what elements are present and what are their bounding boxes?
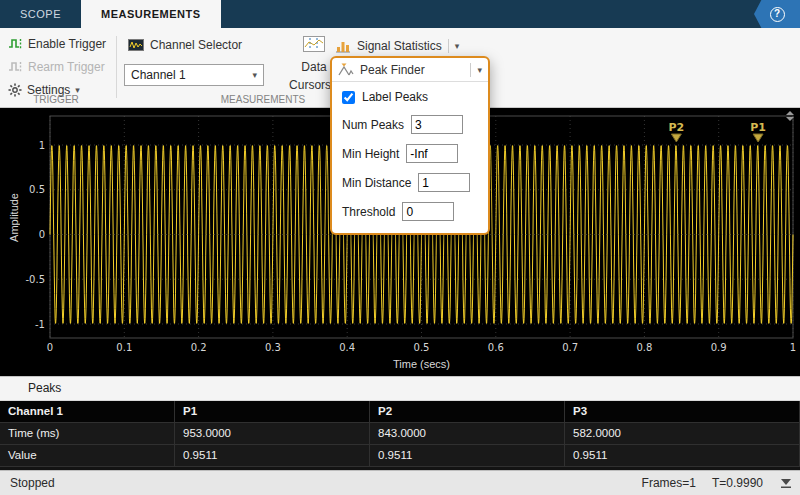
svg-text:-0.5: -0.5 xyxy=(25,274,45,285)
threshold-input[interactable] xyxy=(402,202,454,221)
status-state: Stopped xyxy=(0,476,55,490)
enable-trigger-label: Enable Trigger xyxy=(28,37,106,51)
label-peaks-label: Label Peaks xyxy=(362,90,428,104)
num-peaks-label: Num Peaks xyxy=(342,118,404,132)
y-axis-label: Amplitude xyxy=(8,193,20,242)
peaks-table-cell: 582.0000 xyxy=(565,423,800,445)
trigger-group-label: TRIGGER xyxy=(0,94,112,105)
peak-finder-popup: Peak Finder ▾ Label Peaks Num Peaks Min … xyxy=(330,56,490,235)
peaks-table-cell: 0.9511 xyxy=(175,445,370,467)
min-height-input[interactable] xyxy=(406,144,458,163)
help-icon: ? xyxy=(770,7,785,22)
min-distance-input[interactable] xyxy=(418,173,470,192)
svg-text:0.8: 0.8 xyxy=(636,342,652,353)
peak-finder-label: Peak Finder xyxy=(360,63,425,77)
chevron-down-icon[interactable]: ▾ xyxy=(455,41,460,51)
peaks-panel-header: Peaks xyxy=(0,376,800,401)
peaks-table-cell: 843.0000 xyxy=(370,423,565,445)
status-frames: Frames=1 xyxy=(642,476,696,490)
channel-select-value: Channel 1 xyxy=(131,68,186,82)
enable-trigger-button[interactable]: Enable Trigger xyxy=(8,34,106,54)
signal-statistics-button[interactable]: Signal Statistics ▾ xyxy=(330,34,464,58)
chevron-down-icon[interactable]: ▾ xyxy=(477,65,482,75)
tab-measurements[interactable]: MEASUREMENTS xyxy=(81,0,221,28)
enable-trigger-icon xyxy=(8,37,23,51)
svg-text:0.4: 0.4 xyxy=(339,342,355,353)
svg-text:0: 0 xyxy=(47,342,53,353)
svg-text:1: 1 xyxy=(790,342,796,353)
peaks-table-cell: Time (ms) xyxy=(0,423,175,445)
peaks-table-header-cell: P2 xyxy=(370,401,565,423)
svg-text:0.1: 0.1 xyxy=(116,342,132,353)
peaks-table-header-cell: P1 xyxy=(175,401,370,423)
channel-select-dropdown[interactable]: Channel 1 ▾ xyxy=(124,64,264,86)
channel-selector-text: Channel Selector xyxy=(150,38,242,52)
status-time: T=0.9990 xyxy=(712,476,763,490)
peaks-table-header-cell: P3 xyxy=(565,401,800,423)
label-peaks-checkbox[interactable] xyxy=(342,91,355,104)
peak-finder-icon xyxy=(338,63,354,76)
num-peaks-input[interactable] xyxy=(411,115,463,134)
svg-text:0.6: 0.6 xyxy=(488,342,504,353)
chevron-down-icon: ▾ xyxy=(252,70,263,80)
min-height-label: Min Height xyxy=(342,147,399,161)
rearm-trigger-label: Rearm Trigger xyxy=(28,60,105,74)
peaks-table-cell: 0.9511 xyxy=(565,445,800,467)
svg-text:0.7: 0.7 xyxy=(562,342,578,353)
scale-axes-icon[interactable] xyxy=(784,110,796,122)
x-axis-label: Time (secs) xyxy=(50,358,793,370)
min-distance-label: Min Distance xyxy=(342,176,411,190)
peaks-table-cell: Value xyxy=(0,445,175,467)
ribbon-separator xyxy=(116,36,117,98)
status-bar: Stopped Frames=1 T=0.9990 xyxy=(0,470,800,495)
svg-text:0.5: 0.5 xyxy=(29,184,45,195)
rearm-trigger-icon xyxy=(8,60,23,74)
signal-statistics-label: Signal Statistics xyxy=(357,39,442,53)
threshold-label: Threshold xyxy=(342,205,395,219)
channel-selector-label: Channel Selector xyxy=(128,38,242,52)
tab-scope-label: SCOPE xyxy=(20,8,61,20)
peak-finder-button[interactable]: Peak Finder ▾ xyxy=(332,58,488,82)
peaks-table: Channel 1 P1 P2 P3 Time (ms) 953.0000 84… xyxy=(0,401,800,470)
svg-text:1: 1 xyxy=(39,140,45,151)
svg-text:0.5: 0.5 xyxy=(414,342,430,353)
tab-measurements-label: MEASUREMENTS xyxy=(101,8,201,20)
peak-finder-panel: Label Peaks Num Peaks Min Height Min Dis… xyxy=(332,82,488,233)
rearm-trigger-button[interactable]: Rearm Trigger xyxy=(8,57,105,77)
peaks-table-cell: 0.9511 xyxy=(370,445,565,467)
button-divider xyxy=(470,63,471,77)
svg-text:0.3: 0.3 xyxy=(265,342,281,353)
help-button[interactable]: ? xyxy=(754,0,800,28)
signal-statistics-icon xyxy=(335,39,351,53)
svg-text:-1: -1 xyxy=(35,319,45,330)
tab-scope[interactable]: SCOPE xyxy=(0,0,81,28)
svg-text:P1: P1 xyxy=(750,121,766,134)
svg-text:0.9: 0.9 xyxy=(711,342,727,353)
button-divider xyxy=(448,39,449,53)
tab-bar: SCOPE MEASUREMENTS ? xyxy=(0,0,800,28)
svg-text:0: 0 xyxy=(39,229,45,240)
trigger-indicator-icon xyxy=(779,477,793,489)
svg-text:0.2: 0.2 xyxy=(191,342,207,353)
data-cursors-icon xyxy=(303,36,325,52)
peaks-table-cell: 953.0000 xyxy=(175,423,370,445)
svg-text:P2: P2 xyxy=(668,121,684,134)
peaks-panel-title: Peaks xyxy=(28,381,61,395)
channel-selector-icon xyxy=(128,39,144,51)
peaks-table-header-cell: Channel 1 xyxy=(0,401,175,423)
